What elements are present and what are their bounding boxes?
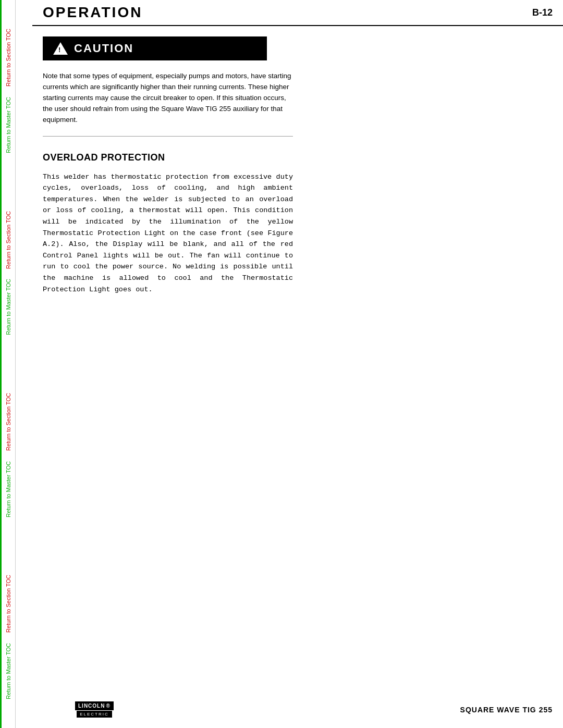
sidebar-group-2: Return to Section TOC Return to Master T…	[4, 207, 13, 340]
logo-line1: LINCOLN	[78, 703, 105, 709]
sidebar-left-col: Return to Section TOC Return to Master T…	[0, 0, 16, 728]
logo-line2: ELECTRIC	[77, 711, 112, 718]
section-divider	[43, 136, 293, 137]
sidebar: Return to Section TOC Return to Master T…	[0, 0, 31, 728]
return-section-toc-3[interactable]: Return to Section TOC	[4, 389, 13, 455]
warning-triangle-icon	[53, 42, 68, 55]
sidebar-group-1: Return to Section TOC Return to Master T…	[4, 24, 13, 157]
page-header: OPERATION B-12	[32, 0, 563, 26]
overload-protection-text: This welder has thermostatic protection …	[43, 171, 293, 295]
overload-protection-heading: OVERLOAD PROTECTION	[43, 152, 547, 163]
caution-title: CAUTION	[74, 42, 133, 55]
return-section-toc-2[interactable]: Return to Section TOC	[4, 207, 13, 273]
caution-text: Note that some types of equipment, espec…	[43, 71, 293, 126]
lincoln-electric-logo: LINCOLN ® ELECTRIC	[75, 701, 114, 718]
return-master-toc-4[interactable]: Return to Master TOC	[4, 639, 13, 704]
caution-box: CAUTION	[43, 36, 267, 60]
logo-registered: ®	[106, 703, 110, 709]
sidebar-group-3: Return to Section TOC Return to Master T…	[4, 389, 13, 522]
logo-box: LINCOLN ®	[75, 701, 114, 710]
sidebar-group-4: Return to Section TOC Return to Master T…	[4, 571, 13, 704]
page-number: B-12	[532, 7, 553, 18]
return-section-toc-1[interactable]: Return to Section TOC	[4, 24, 13, 91]
return-master-toc-3[interactable]: Return to Master TOC	[4, 457, 13, 522]
page-footer: LINCOLN ® ELECTRIC SQUARE WAVE TIG 255	[65, 701, 563, 718]
return-section-toc-4[interactable]: Return to Section TOC	[4, 571, 13, 637]
page-title: OPERATION	[43, 4, 142, 21]
main-content: OPERATION B-12 CAUTION Note that some ty…	[32, 0, 563, 728]
return-master-toc-2[interactable]: Return to Master TOC	[4, 275, 13, 339]
content-body: CAUTION Note that some types of equipmen…	[32, 36, 563, 305]
return-master-toc-1[interactable]: Return to Master TOC	[4, 93, 13, 157]
footer-model: SQUARE WAVE TIG 255	[460, 706, 553, 714]
